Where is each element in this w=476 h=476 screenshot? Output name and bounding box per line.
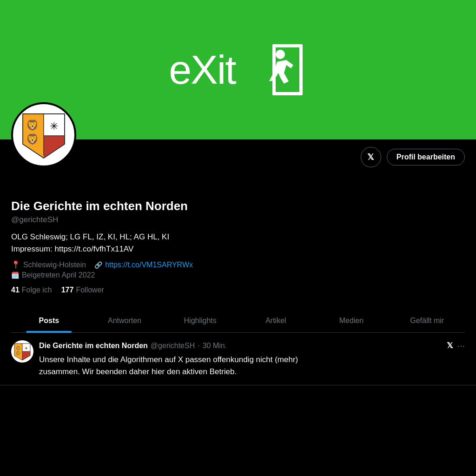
post-card: 🦁 🦁 ✳ Die Gerichte im echten Norden @ger…	[0, 333, 476, 385]
svg-text:🦁: 🦁	[26, 119, 39, 132]
username: @gerichteSH	[11, 215, 465, 225]
post-text-line1: Unsere Inhalte und die Algorithmen auf X…	[39, 354, 465, 366]
website-item[interactable]: 🔗 https://t.co/VM1SARYRWx	[94, 261, 193, 269]
svg-text:✳: ✳	[50, 120, 58, 132]
tab-medien[interactable]: Medien	[314, 309, 390, 332]
post-avatar-icon: 🦁 🦁 ✳	[13, 342, 32, 361]
following-stat[interactable]: 41 Folge ich	[11, 286, 52, 294]
post-more-icon[interactable]: ···	[457, 340, 465, 351]
joined-text: Beigetreten April 2022	[22, 271, 95, 279]
svg-text:🦁: 🦁	[26, 133, 39, 145]
avatar: 🦁 🦁 ✳	[11, 102, 76, 167]
followers-count: 177	[61, 286, 74, 294]
following-count: 41	[11, 286, 20, 294]
post-x-icon: 𝕏	[447, 341, 453, 350]
tab-gefaellt[interactable]: Gefällt mir	[389, 309, 465, 332]
location-icon: 📍	[11, 260, 20, 269]
website-link[interactable]: https://t.co/VM1SARYRWx	[105, 261, 193, 269]
svg-text:✳: ✳	[25, 346, 28, 350]
post-header: Die Gerichte im echten Norden @gerichteS…	[39, 340, 465, 351]
post-actions-right: 𝕏 ···	[447, 340, 465, 351]
followers-label: Follower	[76, 286, 104, 294]
post-author-name: Die Gerichte im echten Norden	[39, 342, 148, 350]
link-icon: 🔗	[94, 261, 102, 269]
exit-text: eXit	[169, 46, 236, 93]
follow-stats: 41 Folge ich 177 Follower	[11, 286, 465, 294]
x-icon-button[interactable]: 𝕏	[361, 147, 381, 167]
profile-tabs: Posts Antworten Highlights Artikel Medie…	[11, 309, 465, 333]
post-time: 30 Min.	[203, 342, 227, 350]
post-avatar: 🦁 🦁 ✳	[11, 340, 33, 363]
bio-line1: OLG Schleswig; LG FL, IZ, KI, HL; AG HL,…	[11, 231, 465, 243]
bio-line2: Impressum: https://t.co/fvfhTx11AV	[11, 243, 465, 255]
svg-text:🦁: 🦁	[16, 351, 20, 356]
post-content: Die Gerichte im echten Norden @gerichteS…	[39, 340, 465, 377]
followers-stat[interactable]: 177 Follower	[61, 286, 104, 294]
bio: OLG Schleswig; LG FL, IZ, KI, HL; AG HL,…	[11, 231, 465, 255]
post-separator: ·	[198, 342, 199, 350]
display-name: Die Gerichte im echten Norden	[11, 199, 465, 213]
profile-section: 🦁 🦁 ✳ 𝕏 Profil bearbeiten Die Gerichte i…	[0, 139, 476, 333]
location-item: 📍 Schleswig-Holstein	[11, 260, 86, 269]
banner-logo: eXit	[169, 40, 307, 100]
coat-of-arms-icon: 🦁 🦁 ✳	[18, 109, 69, 160]
profile-info: Die Gerichte im echten Norden @gerichteS…	[11, 199, 465, 302]
svg-rect-5	[44, 136, 65, 158]
tab-highlights[interactable]: Highlights	[162, 309, 238, 332]
post-text-line2: zusammen. Wir beenden daher hier den akt…	[39, 366, 465, 378]
exit-icon	[247, 40, 307, 100]
profile-actions: 𝕏 Profil bearbeiten	[11, 139, 465, 167]
svg-rect-13	[22, 351, 30, 360]
post-author-info: Die Gerichte im echten Norden @gerichteS…	[39, 342, 227, 350]
following-label: Folge ich	[22, 286, 52, 294]
tab-antworten[interactable]: Antworten	[87, 309, 163, 332]
meta-row-joined: 🗓️ Beigetreten April 2022	[11, 271, 465, 279]
edit-profile-button[interactable]: Profil bearbeiten	[387, 149, 465, 165]
calendar-icon: 🗓️	[11, 271, 19, 279]
profile-meta: 📍 Schleswig-Holstein 🔗 https://t.co/VM1S…	[11, 260, 465, 279]
post-author-handle: @gerichteSH	[151, 342, 195, 350]
location-text: Schleswig-Holstein	[23, 261, 86, 269]
tab-posts[interactable]: Posts	[11, 309, 87, 332]
joined-item: 🗓️ Beigetreten April 2022	[11, 271, 95, 279]
svg-text:🦁: 🦁	[16, 346, 20, 350]
meta-row-location-website: 📍 Schleswig-Holstein 🔗 https://t.co/VM1S…	[11, 260, 465, 269]
tab-artikel[interactable]: Artikel	[238, 309, 314, 332]
post-text: Unsere Inhalte und die Algorithmen auf X…	[39, 354, 465, 377]
svg-point-2	[276, 50, 285, 59]
